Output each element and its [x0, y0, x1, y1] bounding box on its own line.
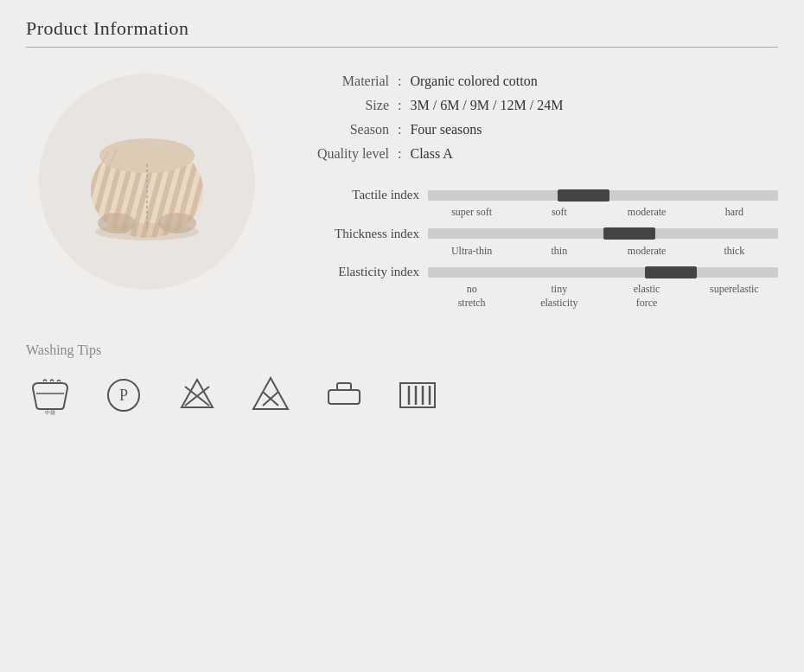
material-label: Material — [285, 74, 389, 89]
svg-text:P: P — [118, 387, 127, 404]
tactile-label-1: super soft — [428, 206, 515, 220]
svg-rect-21 — [337, 383, 351, 390]
elasticity-label-1: nostretch — [428, 283, 515, 310]
dry-clean-icon: P — [99, 371, 147, 419]
quality-label: Quality level — [285, 146, 389, 162]
svg-point-9 — [95, 223, 199, 240]
quality-value: Class A — [410, 146, 452, 162]
info-section: Material : Organic colored cotton Size :… — [285, 65, 778, 317]
iron-icon — [320, 371, 367, 419]
elasticity-index-top: Elasticity index — [285, 265, 778, 279]
tactile-bar-marker — [558, 189, 609, 202]
spec-row-season: Season : Four seasons — [285, 122, 778, 138]
thickness-label-3: moderate — [603, 245, 691, 259]
product-image — [39, 74, 255, 290]
tactile-labels: super soft soft moderate hard — [428, 206, 778, 220]
season-label: Season — [285, 122, 389, 138]
tactile-label-2: soft — [515, 206, 603, 220]
thickness-index-row: Thickness index Ultra-thin thin moderate… — [285, 227, 778, 259]
svg-text:中袋: 中袋 — [45, 410, 55, 415]
thickness-labels: Ultra-thin thin moderate thick — [428, 245, 778, 259]
thickness-label-2: thin — [515, 245, 603, 259]
title-section: Product Information — [26, 17, 778, 48]
tactile-index-row: Tactile index super soft soft moderate h… — [285, 188, 778, 220]
tactile-label-4: hard — [691, 206, 778, 220]
svg-marker-17 — [253, 378, 288, 409]
tactile-label: Tactile index — [285, 188, 419, 202]
elasticity-labels: nostretch tinyelasticity elasticforce su… — [428, 283, 778, 310]
spec-row-size: Size : 3M / 6M / 9M / 12M / 24M — [285, 98, 778, 113]
thickness-label-1: Ultra-thin — [428, 245, 515, 259]
spec-row-material: Material : Organic colored cotton — [285, 74, 778, 89]
elasticity-index-row: Elasticity index nostretch tinyelasticit… — [285, 265, 778, 310]
elasticity-label-2: tinyelasticity — [515, 283, 603, 310]
tactile-label-3: moderate — [603, 206, 691, 220]
product-specs: Material : Organic colored cotton Size :… — [285, 74, 778, 162]
elasticity-label: Elasticity index — [285, 265, 419, 279]
material-value: Organic colored cotton — [410, 74, 537, 89]
thickness-bar-track — [428, 228, 778, 239]
thickness-label-4: thick — [691, 245, 778, 259]
no-wring-icon — [393, 371, 441, 419]
thickness-bar-container — [428, 228, 778, 239]
season-value: Four seasons — [410, 122, 482, 138]
washing-icons: 中袋 P — [26, 371, 778, 419]
tactile-bar-container — [428, 190, 778, 201]
washing-title: Washing Tips — [26, 342, 778, 358]
svg-rect-20 — [329, 390, 360, 404]
material-colon: : — [398, 74, 401, 89]
size-label: Size — [285, 98, 389, 113]
quality-colon: : — [398, 146, 401, 162]
elasticity-label-3: elasticforce — [603, 283, 691, 310]
main-content: Material : Organic colored cotton Size :… — [26, 65, 778, 317]
tactile-index-top: Tactile index — [285, 188, 778, 202]
page-container: Product Information — [0, 0, 804, 672]
washing-section: Washing Tips 中袋 — [26, 342, 778, 419]
tactile-bar-track — [428, 190, 778, 201]
elasticity-label-4: superelastic — [691, 283, 778, 310]
indexes-section: Tactile index super soft soft moderate h… — [285, 188, 778, 310]
no-bleach-icon — [173, 371, 220, 419]
spec-row-quality: Quality level : Class A — [285, 146, 778, 162]
product-image-area — [26, 65, 268, 317]
size-colon: : — [398, 98, 401, 113]
svg-marker-14 — [182, 380, 213, 407]
no-tumble-dry-icon — [246, 371, 294, 419]
wash-tub-icon: 中袋 — [26, 371, 73, 419]
elasticity-bar-track — [428, 267, 778, 278]
thickness-label: Thickness index — [285, 227, 419, 241]
season-colon: : — [398, 122, 401, 138]
product-svg — [61, 95, 233, 268]
thickness-bar-marker — [603, 227, 655, 240]
thickness-index-top: Thickness index — [285, 227, 778, 241]
page-title: Product Information — [26, 17, 778, 40]
elasticity-bar-container — [428, 267, 778, 278]
size-value: 3M / 6M / 9M / 12M / 24M — [410, 98, 563, 113]
elasticity-bar-marker — [645, 266, 697, 278]
